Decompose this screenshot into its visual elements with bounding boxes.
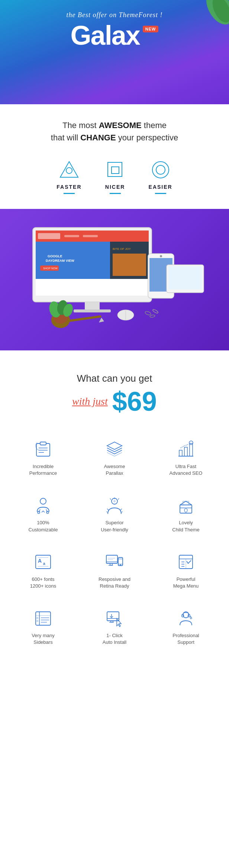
svg-rect-28 bbox=[168, 266, 202, 289]
tagline-section: The most AWESOME theme that will CHANGE … bbox=[0, 104, 229, 155]
svg-point-6 bbox=[152, 162, 169, 178]
svg-text:a: a bbox=[43, 562, 45, 566]
grid-item-support: ProfessionalSupport bbox=[150, 599, 222, 655]
grid-item-childtheme: LovelyChild Theme bbox=[150, 486, 222, 542]
megamenu-label: PowerfulMega Menu bbox=[173, 576, 199, 589]
svg-text:SHOP NOW: SHOP NOW bbox=[43, 267, 58, 270]
svg-rect-47 bbox=[179, 450, 182, 456]
svg-text:A: A bbox=[38, 558, 42, 564]
grid-item-customizable: 100%Customizable bbox=[7, 486, 79, 542]
responsive-label: Resposive andRetina Ready bbox=[99, 576, 130, 589]
svg-rect-48 bbox=[184, 447, 187, 456]
feature-easier: EASIER bbox=[149, 159, 172, 194]
square-icon bbox=[104, 159, 126, 181]
svg-point-57 bbox=[113, 500, 116, 502]
megamenu-icon bbox=[176, 552, 196, 572]
pricing-what-label: What can you get bbox=[7, 373, 222, 384]
svg-point-36 bbox=[145, 311, 151, 316]
svg-marker-2 bbox=[60, 162, 78, 177]
svg-text:BITE OF JOY: BITE OF JOY bbox=[113, 247, 131, 251]
svg-text:GOOGLE: GOOGLE bbox=[48, 254, 62, 258]
svg-rect-42 bbox=[40, 442, 46, 445]
support-icon bbox=[176, 608, 196, 629]
tagline-text: The most AWESOME theme that will CHANGE … bbox=[15, 119, 214, 144]
svg-point-53 bbox=[40, 498, 46, 504]
grid-item-megamenu: PowerfulMega Menu bbox=[150, 543, 222, 599]
clipboard-icon bbox=[33, 439, 54, 460]
with-just-label: with just bbox=[72, 395, 108, 407]
tagline-awesome: AWESOME bbox=[99, 121, 142, 130]
svg-rect-34 bbox=[68, 315, 101, 322]
leaf-decoration bbox=[199, 0, 229, 34]
hero-tagline: the Best offer on ThemeForest ! bbox=[7, 11, 222, 19]
nicer-label: NICER bbox=[105, 184, 125, 190]
svg-text:↑: ↑ bbox=[190, 442, 192, 444]
pricing-section: What can you get with just $69 bbox=[0, 350, 229, 422]
performance-label: IncrediblePerformance bbox=[29, 463, 57, 477]
svg-rect-23 bbox=[74, 309, 111, 312]
svg-point-7 bbox=[156, 165, 165, 174]
userfriendly-icon bbox=[104, 495, 125, 516]
svg-rect-12 bbox=[64, 235, 79, 237]
customizable-label: 100%Customizable bbox=[29, 519, 58, 533]
fonts-label: 600+ fonts1200+ icons bbox=[30, 576, 56, 589]
svg-point-72 bbox=[120, 565, 121, 566]
feature-nicer: NICER bbox=[104, 159, 126, 194]
hero-logo: Galax NEW bbox=[7, 22, 222, 49]
svg-rect-88 bbox=[36, 620, 38, 622]
support-label: ProfessionalSupport bbox=[172, 632, 199, 646]
grid-item-userfriendly: SuperiorUser-friendly bbox=[79, 486, 150, 542]
monitor-mockup: GOOGLE DAYDREAM VIEW SHOP NOW BITE OF JO… bbox=[0, 216, 229, 336]
responsive-icon bbox=[104, 552, 125, 572]
childtheme-label: LovelyChild Theme bbox=[172, 519, 199, 533]
layers-icon bbox=[104, 439, 125, 460]
childtheme-icon bbox=[176, 495, 196, 516]
fonts-icon: A a bbox=[33, 552, 54, 572]
faster-label: FASTER bbox=[57, 184, 81, 190]
features-grid: IncrediblePerformance AwesomeParallax ↑ bbox=[0, 422, 229, 655]
hero-section: the Best offer on ThemeForest ! Galax NE… bbox=[0, 0, 229, 104]
triangle-icon bbox=[58, 159, 80, 181]
svg-rect-11 bbox=[38, 233, 60, 239]
circle-icon bbox=[149, 159, 172, 181]
grid-item-parallax: AwesomeParallax bbox=[79, 430, 150, 486]
svg-rect-22 bbox=[85, 302, 100, 309]
autoinstall-label: 1- ClickAuto Install bbox=[103, 632, 126, 646]
grid-item-responsive: Resposive andRetina Ready bbox=[79, 543, 150, 599]
grid-item-performance: IncrediblePerformance bbox=[7, 430, 79, 486]
svg-point-96 bbox=[190, 617, 192, 619]
tagline-change: CHANGE bbox=[80, 133, 116, 142]
svg-point-37 bbox=[150, 315, 155, 318]
svg-point-38 bbox=[152, 309, 159, 314]
faster-underline bbox=[64, 193, 75, 194]
sidebars-label: Very manySidebars bbox=[32, 632, 54, 646]
svg-marker-46 bbox=[107, 442, 122, 449]
userfriendly-label: SuperiorUser-friendly bbox=[101, 519, 128, 533]
nicer-underline bbox=[110, 193, 121, 194]
svg-marker-35 bbox=[99, 318, 104, 322]
hero-logo-text: Galax bbox=[71, 22, 140, 49]
seo-label: Ultra FastAdvanced SEO bbox=[170, 463, 203, 477]
svg-point-26 bbox=[160, 255, 162, 257]
svg-rect-58 bbox=[180, 505, 192, 513]
feature-faster: FASTER bbox=[57, 159, 81, 194]
grid-item-sidebars: Very manySidebars bbox=[7, 599, 79, 655]
autoinstall-icon bbox=[104, 608, 125, 629]
svg-rect-21 bbox=[113, 254, 146, 276]
svg-rect-5 bbox=[112, 167, 119, 174]
grid-item-seo: ↑ Ultra FastAdvanced SEO bbox=[150, 430, 222, 486]
grid-item-fonts: A a 600+ fonts1200+ icons bbox=[7, 543, 79, 599]
svg-rect-13 bbox=[83, 235, 98, 237]
easier-label: EASIER bbox=[149, 184, 172, 190]
sidebars-icon bbox=[33, 608, 54, 629]
hero-badge: NEW bbox=[143, 26, 159, 32]
svg-rect-87 bbox=[36, 617, 38, 619]
svg-rect-49 bbox=[190, 443, 193, 456]
parallax-label: AwesomeParallax bbox=[104, 463, 125, 477]
svg-point-3 bbox=[66, 168, 72, 174]
monitor-section: GOOGLE DAYDREAM VIEW SHOP NOW BITE OF JO… bbox=[0, 209, 229, 350]
easier-underline bbox=[155, 193, 166, 194]
chart-icon: ↑ bbox=[176, 439, 196, 460]
features-row: FASTER NICER EASIER bbox=[0, 155, 229, 209]
svg-text:DAYDREAM VIEW: DAYDREAM VIEW bbox=[46, 259, 74, 263]
